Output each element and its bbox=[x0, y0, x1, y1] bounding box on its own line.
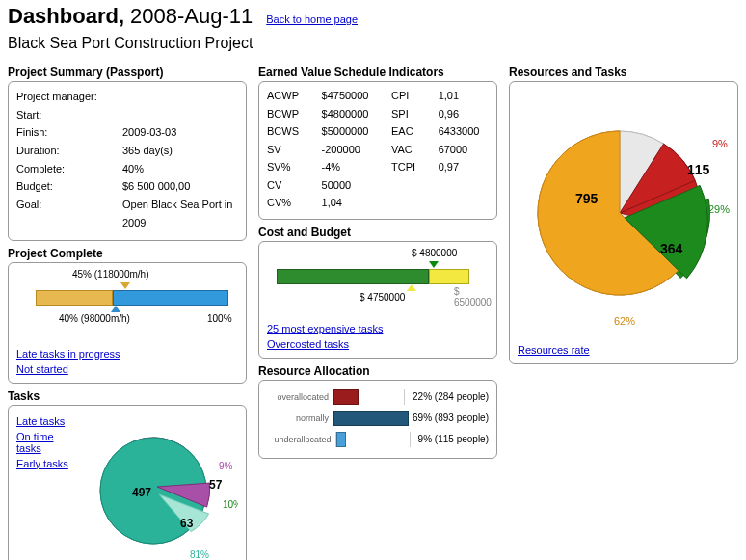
cb-track bbox=[277, 269, 489, 284]
summary-value: $6 500 000,00 bbox=[122, 177, 238, 196]
ra-panel: overallocated22% (284 people)normally69%… bbox=[258, 380, 497, 459]
ra-label: normally bbox=[267, 413, 333, 423]
tasks-link[interactable]: On time tasks bbox=[16, 431, 78, 454]
ra-label: overallocated bbox=[267, 392, 333, 402]
pc-actual-bar bbox=[36, 290, 113, 306]
ev-cell bbox=[439, 195, 489, 211]
summary-key: Budget: bbox=[16, 177, 122, 196]
ra-pct: 22% (284 people) bbox=[405, 391, 489, 402]
ev-cell: 50000 bbox=[322, 177, 378, 194]
cb-spent-bar bbox=[277, 269, 429, 284]
page-header: Dashboard, 2008-Aug-11 Back to home page bbox=[8, 4, 738, 29]
title-date: 2008-Aug-11 bbox=[130, 4, 253, 29]
project-complete-link[interactable]: Not started bbox=[16, 363, 68, 375]
tasks-pie-chart: 497 57 63 9% 10% 81% bbox=[84, 412, 238, 561]
cost-title: Cost and Budget bbox=[258, 226, 497, 239]
pie-value-c: 63 bbox=[180, 517, 194, 530]
pie-pct-a: 9% bbox=[219, 461, 233, 471]
tasks-panel: Late tasksOn time tasksEarly tasks bbox=[8, 405, 247, 561]
resources-title: Resources and Tasks bbox=[509, 66, 738, 79]
pie-val-795: 795 bbox=[575, 191, 599, 206]
summary-value: Open Black Sea Port in 2009 bbox=[122, 196, 238, 231]
ra-title: Resource Allocation bbox=[258, 364, 497, 378]
pie-val-115: 115 bbox=[687, 162, 710, 177]
pc-end-label: 100% bbox=[207, 313, 232, 324]
cost-panel: $ 4800000 $ 4750000 $ 6500000 25 most ex… bbox=[258, 241, 497, 359]
cb-max-label: $ 6500000 bbox=[454, 286, 492, 307]
tasks-link[interactable]: Late tasks bbox=[16, 415, 65, 427]
ev-cell: $4750000 bbox=[322, 88, 378, 104]
ra-pct: 69% (893 people) bbox=[405, 413, 489, 423]
ev-cell: CPI bbox=[391, 88, 425, 104]
pie-value-b: 57 bbox=[209, 478, 223, 492]
pc-top-label: 45% (118000m/h) bbox=[72, 269, 149, 280]
ra-bar bbox=[333, 411, 409, 426]
summary-row: Project manager: bbox=[16, 88, 238, 106]
ev-cell: CV% bbox=[267, 195, 308, 211]
pc-track bbox=[36, 290, 228, 306]
triangle-down-icon bbox=[429, 261, 439, 268]
ev-cell: 67000 bbox=[439, 142, 489, 158]
summary-key: Complete: bbox=[16, 160, 122, 178]
ev-cell: BCWP bbox=[267, 106, 308, 122]
summary-key: Project manager: bbox=[16, 88, 122, 106]
ra-bar bbox=[336, 432, 346, 447]
summary-value bbox=[122, 88, 238, 106]
project-complete-chart: 45% (118000m/h) 40% (98000m/h) 100% bbox=[16, 269, 238, 344]
project-name: Black Sea Port Construction Project bbox=[8, 35, 738, 52]
pie-pct-9: 9% bbox=[712, 138, 728, 149]
ra-bar-track bbox=[335, 432, 411, 447]
ev-cell: CV bbox=[267, 177, 308, 194]
summary-value bbox=[122, 106, 238, 124]
ev-cell: SV% bbox=[267, 159, 308, 175]
triangle-up-icon bbox=[407, 284, 416, 291]
ev-cell: 1,01 bbox=[439, 88, 489, 104]
back-to-home-link[interactable]: Back to home page bbox=[266, 13, 358, 25]
ra-label: underallocated bbox=[267, 435, 335, 444]
summary-row: Goal:Open Black Sea Port in 2009 bbox=[16, 196, 238, 231]
ra-bar bbox=[333, 389, 359, 405]
ev-cell: TCPI bbox=[391, 159, 425, 175]
ev-panel: ACWP$4750000CPI1,01BCWP$4800000SPI0,96BC… bbox=[258, 81, 497, 220]
ev-cell: 6433000 bbox=[439, 123, 489, 140]
resources-pie-chart: 795 115 364 9% 29% 62% bbox=[518, 88, 730, 340]
summary-key: Duration: bbox=[16, 142, 122, 160]
cb-remaining-bar bbox=[429, 269, 469, 284]
ev-cell: SV bbox=[267, 142, 308, 158]
ra-bar-track bbox=[333, 389, 405, 405]
summary-value: 2009-03-03 bbox=[122, 123, 238, 142]
ev-cell bbox=[439, 177, 489, 194]
cb-top-label: $ 4800000 bbox=[412, 248, 457, 258]
summary-value: 40% bbox=[122, 160, 238, 178]
ra-pct: 9% (115 people) bbox=[411, 434, 489, 444]
project-complete-panel: 45% (118000m/h) 40% (98000m/h) 100% Late… bbox=[8, 262, 247, 384]
resources-panel: 795 115 364 9% 29% 62% Resources rate bbox=[509, 81, 738, 364]
triangle-up-icon bbox=[111, 306, 120, 312]
ra-row: overallocated22% (284 people) bbox=[267, 387, 489, 408]
cost-budget-link[interactable]: Overcosted tasks bbox=[267, 338, 349, 350]
pie-pct-62: 62% bbox=[614, 315, 635, 327]
ev-cell bbox=[391, 195, 425, 211]
ev-cell bbox=[391, 177, 425, 194]
title-text: Dashboard, bbox=[8, 4, 124, 29]
resources-rate-link[interactable]: Resources rate bbox=[518, 344, 590, 356]
ev-cell: $5000000 bbox=[322, 123, 378, 140]
ev-title: Earned Value Schedule Indicators bbox=[258, 66, 497, 79]
tasks-link[interactable]: Early tasks bbox=[16, 458, 68, 469]
ev-cell: $4800000 bbox=[322, 106, 378, 122]
ev-cell: BCWS bbox=[267, 123, 308, 140]
summary-row: Budget:$6 500 000,00 bbox=[16, 177, 238, 196]
ev-cell: -200000 bbox=[322, 142, 378, 158]
project-complete-link[interactable]: Late tasks in progress bbox=[16, 348, 120, 360]
pc-bottom-label: 40% (98000m/h) bbox=[59, 313, 130, 324]
ra-row: underallocated9% (115 people) bbox=[267, 429, 489, 450]
summary-panel: Project manager:Start:Finish:2009-03-03D… bbox=[8, 81, 247, 241]
pie-val-364: 364 bbox=[660, 241, 683, 256]
summary-row: Complete:40% bbox=[16, 160, 238, 178]
summary-value: 365 day(s) bbox=[122, 142, 238, 160]
cost-budget-link[interactable]: 25 most expensive tasks bbox=[267, 323, 383, 334]
ev-cell: EAC bbox=[391, 123, 425, 140]
page-title: Dashboard, 2008-Aug-11 bbox=[8, 4, 253, 29]
summary-key: Finish: bbox=[16, 123, 122, 142]
pie-pct-29: 29% bbox=[708, 203, 730, 215]
